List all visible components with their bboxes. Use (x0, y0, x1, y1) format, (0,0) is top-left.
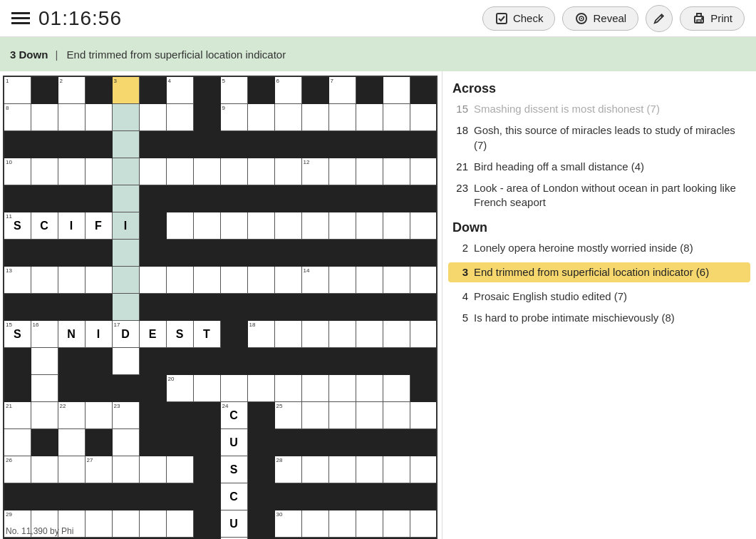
cell-9-13[interactable] (356, 320, 383, 347)
cell-14-11[interactable] (301, 456, 328, 483)
cell-16-9[interactable] (247, 510, 274, 537)
crossword-grid[interactable]: 123456789101211SCIFI131415S16NI17DEST182… (3, 76, 437, 539)
cell-3-14[interactable] (383, 158, 410, 185)
cell-15-10[interactable] (274, 483, 301, 510)
cell-7-7[interactable] (193, 266, 220, 293)
cell-15-13[interactable] (356, 483, 383, 510)
cell-14-2[interactable] (58, 456, 85, 483)
cell-10-10[interactable] (274, 347, 301, 374)
cell-15-7[interactable] (193, 483, 220, 510)
cell-2-14[interactable] (383, 130, 410, 158)
cell-12-12[interactable] (328, 401, 356, 428)
cell-3-2[interactable] (58, 158, 85, 185)
cell-12-8[interactable]: 24C (220, 401, 247, 428)
cell-14-0[interactable]: 26 (4, 456, 31, 483)
cell-10-6[interactable] (166, 347, 193, 374)
cell-16-4[interactable] (112, 510, 139, 537)
cell-1-1[interactable] (31, 103, 58, 130)
clue-row-down-3[interactable]: 3 End trimmed from superficial location … (448, 262, 750, 282)
cell-16-14[interactable] (383, 510, 410, 537)
cell-4-3[interactable] (85, 185, 112, 212)
cell-8-4[interactable] (112, 293, 139, 320)
cell-16-6[interactable] (166, 510, 193, 537)
cell-6-14[interactable] (383, 239, 410, 266)
cell-4-10[interactable] (274, 185, 301, 212)
edit-button[interactable] (646, 5, 673, 32)
clue-row-down-4[interactable]: 4 Prosaic English studio edited (7) (452, 289, 746, 304)
cell-1-9[interactable] (247, 103, 274, 130)
cell-6-2[interactable] (58, 239, 85, 266)
cell-12-3[interactable] (85, 401, 112, 428)
clue-row-down-5[interactable]: 5 Is hard to probe intimate mischievousl… (452, 311, 746, 325)
cell-15-3[interactable] (85, 483, 112, 510)
cell-7-10[interactable] (274, 266, 301, 293)
cell-8-5[interactable] (139, 293, 166, 320)
cell-0-4[interactable]: 3 (112, 76, 139, 103)
cell-8-2[interactable] (58, 293, 85, 320)
cell-6-10[interactable] (274, 239, 301, 266)
cell-7-11[interactable]: 14 (301, 266, 328, 293)
cell-11-6[interactable]: 20 (166, 374, 193, 401)
cell-8-14[interactable] (383, 293, 410, 320)
cell-16-5[interactable] (139, 510, 166, 537)
cell-12-6[interactable] (166, 401, 193, 428)
cell-3-10[interactable] (274, 158, 301, 185)
cell-11-15[interactable] (410, 374, 437, 401)
cell-7-14[interactable] (383, 266, 410, 293)
cell-15-2[interactable] (58, 483, 85, 510)
cell-12-5[interactable] (139, 401, 166, 428)
cell-8-15[interactable] (410, 293, 437, 320)
cell-8-3[interactable] (85, 293, 112, 320)
cell-13-3[interactable] (85, 428, 112, 456)
cell-12-0[interactable]: 21 (4, 401, 31, 428)
cell-12-14[interactable] (383, 401, 410, 428)
cell-7-12[interactable] (328, 266, 356, 293)
cell-7-1[interactable] (31, 266, 58, 293)
cell-2-4[interactable] (112, 130, 139, 158)
cell-11-11[interactable] (301, 374, 328, 401)
cell-9-8[interactable] (220, 320, 247, 347)
cell-6-9[interactable] (247, 239, 274, 266)
cell-14-1[interactable] (31, 456, 58, 483)
cell-1-12[interactable] (328, 103, 356, 130)
cell-12-9[interactable] (247, 401, 274, 428)
cell-8-11[interactable] (301, 293, 328, 320)
cell-11-3[interactable] (85, 374, 112, 401)
cell-7-8[interactable] (220, 266, 247, 293)
cell-5-12[interactable] (328, 212, 356, 239)
cell-15-14[interactable] (383, 483, 410, 510)
cell-12-11[interactable] (301, 401, 328, 428)
cell-14-8[interactable]: S (220, 456, 247, 483)
cell-15-8[interactable]: C (220, 483, 247, 510)
cell-16-10[interactable]: 30 (274, 510, 301, 537)
cell-10-12[interactable] (328, 347, 356, 374)
cell-2-11[interactable] (301, 130, 328, 158)
cell-3-1[interactable] (31, 158, 58, 185)
cell-16-3[interactable] (85, 510, 112, 537)
cell-5-4[interactable]: I (112, 212, 139, 239)
clue-row-down-2[interactable]: 2 Lonely opera heroine mostly worried in… (452, 241, 746, 255)
cell-8-9[interactable] (247, 293, 274, 320)
cell-0-14[interactable] (383, 76, 410, 103)
cell-15-1[interactable] (31, 483, 58, 510)
cell-0-6[interactable]: 4 (166, 76, 193, 103)
cell-6-11[interactable] (301, 239, 328, 266)
cell-10-9[interactable] (247, 347, 274, 374)
cell-1-8[interactable]: 9 (220, 103, 247, 130)
cell-6-1[interactable] (31, 239, 58, 266)
cell-3-11[interactable]: 12 (301, 158, 328, 185)
cell-14-9[interactable] (247, 456, 274, 483)
cell-3-6[interactable] (166, 158, 193, 185)
cell-13-9[interactable] (247, 428, 274, 456)
cell-7-13[interactable] (356, 266, 383, 293)
cell-6-5[interactable] (139, 239, 166, 266)
cell-16-11[interactable] (301, 510, 328, 537)
cell-11-1[interactable] (31, 374, 58, 401)
cell-11-8[interactable] (220, 374, 247, 401)
cell-1-0[interactable]: 8 (4, 103, 31, 130)
cell-0-2[interactable]: 2 (58, 76, 85, 103)
cell-9-15[interactable] (410, 320, 437, 347)
clue-row-across-21[interactable]: 21 Bird heading off a small distance (4) (452, 160, 746, 174)
cell-1-14[interactable] (383, 103, 410, 130)
cell-15-0[interactable] (4, 483, 31, 510)
